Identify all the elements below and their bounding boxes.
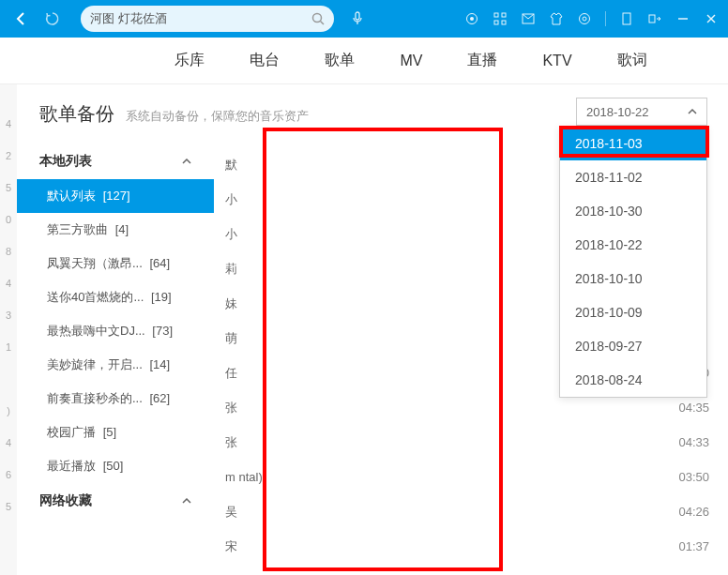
track-duration: 03:50: [662, 470, 709, 484]
date-option[interactable]: 2018-08-24: [560, 363, 706, 397]
sidebar: 本地列表 默认列表 [127]第三方歌曲 [4]凤翼天翔（激昂... [64]送…: [17, 136, 214, 575]
gutter-num: 5: [0, 491, 17, 522]
sidebar-item-label: 凤翼天翔（激昂...: [47, 256, 143, 270]
section-label: 网络收藏: [39, 492, 92, 509]
chevron-up-icon: [182, 498, 191, 504]
date-option[interactable]: 2018-11-02: [560, 160, 706, 194]
left-gutter: 42508431 )465: [0, 84, 17, 575]
sidebar-item-label: 最热最嗨中文DJ...: [47, 324, 145, 338]
date-option[interactable]: 2018-10-09: [560, 295, 706, 329]
sidebar-item-label: 最近播放: [47, 459, 96, 473]
date-option[interactable]: 2018-10-22: [560, 228, 706, 262]
sidebar-item[interactable]: 凤翼天翔（激昂... [64]: [17, 247, 214, 280]
sidebar-item[interactable]: 校园广播 [5]: [17, 416, 214, 449]
minimize-icon[interactable]: [675, 11, 690, 26]
sidebar-item-count: [50]: [103, 459, 124, 473]
track-duration: 04:26: [662, 505, 709, 519]
tab-live[interactable]: 直播: [467, 51, 497, 70]
sidebar-item[interactable]: 送你40首燃烧的... [19]: [17, 280, 214, 314]
chevron-up-icon: [688, 109, 697, 114]
search-box[interactable]: [81, 6, 334, 32]
date-select[interactable]: 2018-10-22: [576, 98, 707, 126]
gutter-num: 8: [0, 235, 17, 267]
tab-library[interactable]: 乐库: [174, 51, 205, 70]
track-row[interactable]: 吴04:26: [225, 494, 709, 529]
shirt-icon[interactable]: [549, 11, 564, 26]
sidebar-item-count: [64]: [149, 256, 170, 270]
grid-icon[interactable]: [493, 11, 508, 26]
svg-rect-2: [356, 12, 359, 20]
track-name: 张: [225, 400, 662, 416]
nav-tabs: 乐库 电台 歌单 MV 直播 KTV 歌词: [0, 38, 728, 84]
divider: [605, 11, 606, 26]
svg-rect-9: [502, 21, 506, 24]
section-label: 本地列表: [39, 153, 92, 170]
sidebar-item-count: [127]: [103, 189, 130, 203]
search-icon[interactable]: [311, 12, 325, 25]
svg-rect-6: [494, 13, 498, 17]
page-subtitle: 系统自动备份，保障您的音乐资产: [126, 108, 309, 125]
tab-lyrics[interactable]: 歌词: [617, 51, 647, 70]
sidebar-item-count: [5]: [103, 425, 116, 439]
date-option[interactable]: 2018-09-27: [560, 329, 706, 363]
track-name: 宋: [225, 538, 662, 555]
track-name: m ntal): [225, 470, 662, 484]
tab-mv[interactable]: MV: [400, 53, 422, 69]
sidebar-item-label: 美妙旋律，开启...: [47, 357, 143, 371]
sidebar-item[interactable]: 美妙旋律，开启... [14]: [17, 348, 214, 382]
sidebar-item-count: [14]: [149, 357, 170, 371]
sidebar-item[interactable]: 前奏直接秒杀的... [62]: [17, 382, 214, 416]
sidebar-item-label: 前奏直接秒杀的...: [47, 391, 143, 405]
date-dropdown: 2018-11-032018-11-022018-10-302018-10-22…: [559, 126, 707, 398]
date-option[interactable]: 2018-10-30: [560, 194, 706, 228]
sidebar-item-count: [4]: [115, 222, 129, 236]
refresh-icon: [45, 11, 60, 26]
sidebar-section-network[interactable]: 网络收藏: [17, 483, 214, 519]
svg-point-11: [580, 14, 590, 24]
page-title: 歌单备份: [39, 101, 114, 127]
sidebar-item-count: [62]: [149, 391, 170, 405]
sidebar-item[interactable]: 第三方歌曲 [4]: [17, 213, 214, 247]
svg-rect-8: [494, 21, 498, 24]
date-select-value: 2018-10-22: [586, 105, 649, 119]
track-row[interactable]: 张04:33: [225, 425, 709, 460]
track-row[interactable]: m ntal)03:50: [225, 460, 709, 494]
date-option[interactable]: 2018-10-10: [560, 262, 706, 295]
svg-rect-7: [502, 13, 506, 17]
titlebar-left: [9, 6, 364, 32]
svg-rect-14: [649, 15, 655, 23]
sidebar-item[interactable]: 默认列表 [127]: [17, 179, 214, 213]
sidebar-item-label: 校园广播: [47, 425, 96, 439]
mail-icon[interactable]: [521, 11, 536, 26]
gutter-num: 3: [0, 299, 17, 331]
gutter-num: ): [0, 395, 17, 427]
refresh-button[interactable]: [41, 8, 64, 30]
chevron-up-icon: [182, 159, 191, 164]
sidebar-item[interactable]: 最热最嗨中文DJ... [73]: [17, 314, 214, 348]
track-row[interactable]: 宋01:37: [225, 529, 709, 564]
gutter-num: 5: [0, 172, 17, 204]
sidebar-item[interactable]: 最近播放 [50]: [17, 449, 214, 483]
sidebar-section-local[interactable]: 本地列表: [17, 144, 214, 179]
track-duration: 04:35: [662, 401, 709, 415]
mic-icon[interactable]: [351, 11, 364, 26]
gutter-num: 4: [0, 108, 17, 140]
gutter-num: 6: [0, 459, 17, 491]
gutter-num: 1: [0, 331, 17, 363]
record-icon[interactable]: [464, 11, 479, 26]
mini-icon[interactable]: [619, 11, 634, 26]
close-icon[interactable]: [704, 11, 719, 26]
back-button[interactable]: [9, 8, 32, 30]
date-option[interactable]: 2018-11-03: [560, 127, 706, 160]
tab-playlist[interactable]: 歌单: [325, 51, 355, 70]
sidebar-item-label: 送你40首燃烧的...: [47, 290, 144, 304]
track-name: 吴: [225, 504, 662, 521]
tab-ktv[interactable]: KTV: [542, 53, 571, 69]
gutter-num: 4: [0, 427, 17, 459]
collapse-icon[interactable]: [647, 11, 662, 26]
search-input[interactable]: [90, 12, 311, 26]
titlebar-right: [464, 11, 719, 26]
sidebar-item-label: 默认列表: [47, 189, 96, 203]
tab-radio[interactable]: 电台: [250, 51, 280, 70]
gear-icon[interactable]: [577, 11, 592, 26]
